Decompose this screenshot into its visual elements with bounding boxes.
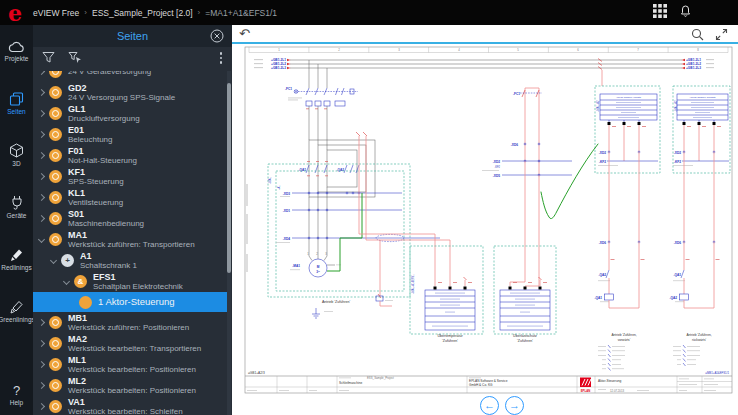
caption-rueckwaerts-2: rückwärts' <box>692 338 707 342</box>
chevron-down-icon[interactable] <box>49 256 59 266</box>
area-tag-ma1: +MA1 <box>268 177 272 184</box>
tree-row[interactable]: E01Beleuchtung <box>33 124 228 145</box>
tree-row-ma1[interactable]: MA1Werkstück zuführen: Transportieren <box>33 229 228 250</box>
coil-qa2: -QA2 <box>669 296 677 300</box>
page-structure-icon <box>49 128 62 141</box>
tree-row-a1[interactable]: + A1Schaltschrank 1 <box>33 250 228 271</box>
tree-row[interactable]: MB1Werkstück zuführen: Positionieren <box>33 312 228 333</box>
device-tag-qa1: -QA1 <box>298 168 306 172</box>
page-ref-bottom-right[interactable]: =MB1+A1&EFS1/1 <box>705 371 729 375</box>
schematic-canvas[interactable]: ↶ <box>232 25 738 415</box>
rail-item-greenlinings[interactable]: Greenlinings <box>0 285 33 337</box>
undo-icon[interactable]: ↶ <box>239 26 250 41</box>
notifications-bell-icon[interactable] <box>679 4 692 22</box>
tree-row[interactable]: KL1Ventilsteuerung <box>33 187 228 208</box>
chevron-right-icon[interactable] <box>37 318 47 328</box>
page-desc: Werkstück bearbeiten: Positionieren <box>68 386 196 395</box>
rail-item-geraete[interactable]: Geräte <box>0 181 33 233</box>
frame-col: 8 <box>697 48 699 52</box>
right-circuit-a: +MA1+A2 Anzeige 'Zuführen, vorwärts' -XD… <box>594 70 660 371</box>
schematic-sheet: 1 2 3 4 5 6 7 8 +GB1-2L1 +GB1-2L2 +GB1-2… <box>232 44 738 415</box>
rail-label-r3: +GB1-2L3 <box>686 66 701 70</box>
greenlining-check-mark[interactable] <box>541 144 598 219</box>
chevron-right-icon[interactable] <box>37 109 47 119</box>
tree-row[interactable]: KF1SPS-Steuerung <box>33 166 228 187</box>
tree-row-selected-page[interactable]: 1 Aktor-Steuerung <box>33 292 228 312</box>
titleblock-project-file: ESS_Sample_Project <box>367 376 394 380</box>
tree-row-efs1[interactable]: & EFS1Schaltplan Elektrotechnik <box>33 271 228 292</box>
device-tag-kf2-mid: -KF2 <box>494 165 500 169</box>
rail-label: Help <box>10 399 23 406</box>
filter-cursor-icon[interactable] <box>68 50 82 68</box>
chevron-right-icon[interactable] <box>37 193 47 203</box>
close-icon[interactable] <box>210 29 224 43</box>
apps-grid-icon[interactable] <box>653 4 667 22</box>
tree-row[interactable]: ML1Werkstück bearbeiten: Positionieren <box>33 354 228 375</box>
frame-col: 6 <box>577 48 579 52</box>
tree-row[interactable]: S01Maschinenbedienung <box>33 208 228 229</box>
rail-item-help[interactable]: ? Help <box>0 377 33 413</box>
tree-row[interactable]: VA1Werkstück bearbeiten: Schleifen <box>33 396 228 415</box>
marker-pen-icon <box>9 247 24 262</box>
terminal-xd6-b: -XD6 <box>674 241 681 245</box>
page-id: MA1 <box>68 230 195 240</box>
crossref-table-b <box>673 345 700 366</box>
page-ref-bottom-left: =GB1+A2/3 <box>248 371 265 375</box>
chevron-right-icon[interactable] <box>37 214 47 224</box>
selected-page-label: 1 Aktor-Steuerung <box>98 297 175 307</box>
breadcrumb-app[interactable]: eVIEW Free <box>33 8 79 18</box>
help-icon: ? <box>13 384 20 397</box>
chevron-right-icon[interactable] <box>37 172 47 182</box>
tree-row[interactable]: ML2Werkstück bearbeiten: Positionieren <box>33 375 228 396</box>
chevron-down-icon[interactable] <box>37 235 47 245</box>
device-tag-kf2-a: -KF2 <box>599 160 606 164</box>
plc-header-a: Anzeige 'Zuführen, vorwärts' <box>616 96 642 99</box>
page-desc: Ventilsteuerung <box>68 198 123 207</box>
chevron-right-icon[interactable] <box>37 402 47 412</box>
titleblock-machine: Schleifmaschine <box>339 381 362 385</box>
canvas-toolbar: ↶ <box>232 25 738 42</box>
rail-item-redlinings[interactable]: Redlinings <box>0 233 33 285</box>
chevron-right-icon[interactable] <box>37 151 47 161</box>
tree-row[interactable]: GD224 V Versorgung SPS-Signale <box>33 82 228 103</box>
panel-menu-icon[interactable] <box>220 52 223 64</box>
chevron-right-icon[interactable] <box>37 339 47 349</box>
frame-col: 3 <box>398 48 400 52</box>
device-tag-kf2-b: -KF2 <box>674 160 681 164</box>
rail-label: 3D <box>12 160 20 167</box>
frame-col: 5 <box>517 48 519 52</box>
rail-label-l3: +GB1-2L3 <box>271 66 286 70</box>
chevron-right-icon[interactable] <box>37 381 47 391</box>
rail-item-seiten[interactable]: Seiten <box>0 77 33 129</box>
chevron-right-icon[interactable] <box>37 71 47 77</box>
next-page-button[interactable]: → <box>505 396 524 415</box>
previous-page-button[interactable]: ← <box>480 396 499 415</box>
rail-item-projekte[interactable]: Projekte <box>0 25 33 77</box>
scrollbar-thumb[interactable] <box>227 83 231 273</box>
page-desc: Schaltplan Elektrotechnik <box>93 282 183 291</box>
title-block: ESS_Sample_Project Schleifmaschine EPLAN… <box>245 376 732 393</box>
area-tag-right-a: +MA1+A2 <box>596 100 600 112</box>
rail-item-3d[interactable]: 3D <box>0 129 33 181</box>
eplan-logo[interactable]: e <box>0 2 30 24</box>
chevron-right-icon[interactable] <box>37 130 47 140</box>
chevron-right-icon[interactable] <box>37 88 47 98</box>
chevron-right-icon[interactable] <box>37 360 47 370</box>
breadcrumb-project[interactable]: ESS_Sample_Project [2.0] <box>92 8 193 18</box>
page-structure-icon <box>49 107 62 120</box>
page-id: ML1 <box>68 355 196 365</box>
left-red-wiring <box>356 132 450 306</box>
terminal-xd6-mid: -XD6 <box>511 143 518 147</box>
power-rails: +GB1-2L1 +GB1-2L2 +GB1-2L3 +GB1-2L1 +GB1… <box>254 58 714 70</box>
tree-row[interactable]: 24 V Geräteversorgung <box>33 71 228 82</box>
page-structure-icon <box>49 337 62 350</box>
tree-row[interactable]: GL1Druckluftversorgung <box>33 103 228 124</box>
page-id: MA2 <box>68 334 201 344</box>
cloud-icon <box>8 41 25 53</box>
panel-scrollbar[interactable] <box>227 71 231 415</box>
tree-row[interactable]: F01Not-Halt-Steuerung <box>33 145 228 166</box>
filter-icon[interactable] <box>42 50 55 68</box>
chevron-down-icon[interactable] <box>62 277 72 287</box>
tree-row[interactable]: MA2Werkstück bearbeiten: Transportieren <box>33 333 228 354</box>
page-structure-icon <box>49 170 62 183</box>
